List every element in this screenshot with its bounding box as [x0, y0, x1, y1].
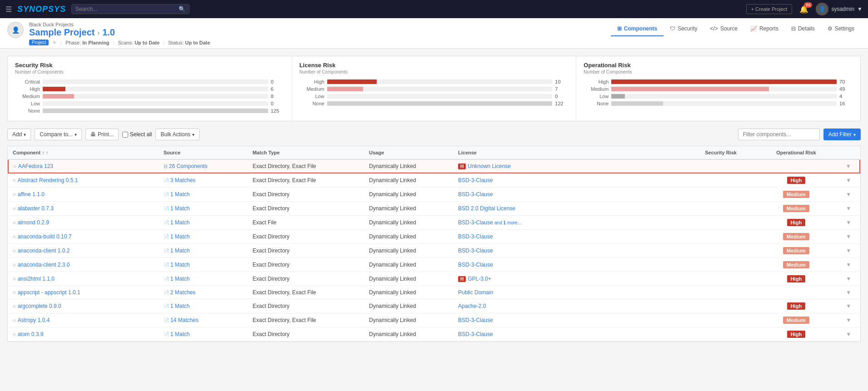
license-link[interactable]: BSD-3-Clause — [458, 331, 493, 337]
source-doc-icon: 📄 — [164, 248, 169, 253]
row-expand-icon[interactable]: ▼ — [846, 303, 851, 309]
row-expand-icon[interactable]: ▼ — [846, 276, 851, 282]
license-link[interactable]: GPL-3.0+ — [468, 276, 491, 282]
source-header[interactable]: Source — [159, 146, 248, 159]
usage-header[interactable]: Usage — [364, 146, 454, 159]
license-link[interactable]: BSD-3-Clause and 1 more... — [458, 219, 521, 226]
table-row[interactable]: ○atom 0.3.9📄1 MatchExact DirectoryDynami… — [8, 327, 860, 342]
source-link[interactable]: 📄1 Match — [164, 331, 244, 337]
add-filter-button[interactable]: Add Filter — [823, 129, 861, 140]
source-link[interactable]: 📄1 Match — [164, 247, 244, 254]
tab-settings[interactable]: ⚙ Settings — [821, 22, 861, 36]
row-expand-icon[interactable]: ▼ — [846, 191, 851, 198]
component-name-link[interactable]: anaconda-client 2.3.0 — [18, 262, 70, 268]
tab-details[interactable]: ⊟ Details — [785, 22, 821, 36]
license-link[interactable]: BSD 2.0 Digital License — [458, 205, 515, 212]
row-expand-icon[interactable]: ▼ — [846, 163, 851, 169]
bulk-actions-button[interactable]: Bulk Actions — [155, 129, 199, 140]
table-row[interactable]: ○argcomplete 0.9.0📄1 MatchExact Director… — [8, 299, 860, 313]
source-link[interactable]: 📄1 Match — [164, 262, 244, 268]
notification-bell[interactable]: 🔔 86 — [799, 5, 808, 14]
project-name-label[interactable]: Sample Project — [29, 27, 95, 38]
license-link[interactable]: Public Domain — [458, 289, 493, 296]
table-row[interactable]: ○almond 0.2.9📄1 MatchExact FileDynamical… — [8, 216, 860, 230]
source-link[interactable]: 📄14 Matches — [164, 317, 244, 323]
row-expand-icon[interactable]: ▼ — [846, 331, 851, 337]
tab-components[interactable]: ⊞ Components — [611, 22, 663, 36]
search-input[interactable] — [75, 6, 179, 12]
row-expand-icon[interactable]: ▼ — [846, 247, 851, 254]
row-expand-icon[interactable]: ▼ — [846, 262, 851, 268]
license-link[interactable]: BSD-3-Clause — [458, 177, 493, 183]
tab-reports[interactable]: 📈 Reports — [744, 22, 785, 36]
select-all-label[interactable]: Select all — [122, 131, 152, 138]
security-risk-header[interactable]: Security Risk — [687, 146, 755, 159]
component-name-link[interactable]: anaconda-client 1.0.2 — [18, 247, 70, 254]
component-name-link[interactable]: ansi2html 1.1.0 — [18, 276, 55, 282]
license-link[interactable]: BSD-3-Clause — [458, 247, 493, 254]
component-name-link[interactable]: argcomplete 0.9.0 — [18, 303, 61, 309]
source-link[interactable]: 📄3 Matches — [164, 177, 244, 183]
license-link[interactable]: Unknown License — [468, 163, 511, 169]
source-link[interactable]: 📄1 Match — [164, 191, 244, 198]
security-risk-cell — [687, 159, 755, 173]
select-all-checkbox[interactable] — [122, 132, 128, 138]
table-row[interactable]: ○AAFedora 123☷26 ComponentsExact Directo… — [8, 159, 860, 173]
component-name-link[interactable]: AAFedora 123 — [18, 163, 53, 169]
component-name-link[interactable]: affine 1.1.0 — [18, 191, 45, 198]
source-link[interactable]: 📄2 Matches — [164, 289, 244, 296]
operational-risk-header[interactable]: Operational Risk — [755, 146, 837, 159]
table-row[interactable]: ○anaconda-client 1.0.2📄1 MatchExact Dire… — [8, 244, 860, 258]
license-link[interactable]: BSD-3-Clause — [458, 233, 493, 240]
row-expand-icon[interactable]: ▼ — [846, 219, 851, 226]
row-expand-icon[interactable]: ▼ — [846, 233, 851, 240]
license-link[interactable]: Apache-2.0 — [458, 303, 486, 309]
license-link[interactable]: BSD-3-Clause — [458, 317, 493, 323]
table-row[interactable]: ○ansi2html 1.1.0📄1 MatchExact DirectoryD… — [8, 272, 860, 286]
tab-source[interactable]: </> Source — [704, 22, 744, 36]
add-button[interactable]: Add — [7, 129, 31, 140]
row-expand-icon[interactable]: ▼ — [846, 177, 851, 183]
source-link[interactable]: 📄1 Match — [164, 233, 244, 240]
component-name-link[interactable]: alabaster 0.7.3 — [18, 205, 54, 212]
print-button[interactable]: 🖶 Print... — [85, 129, 119, 140]
project-version-label[interactable]: 1.0 — [102, 27, 115, 38]
match-type-cell: Exact Directory — [248, 188, 364, 202]
component-name-link[interactable]: anaconda-build 0.10.7 — [18, 233, 72, 240]
component-header[interactable]: Component ↑ — [8, 146, 159, 159]
table-row[interactable]: ○anaconda-client 2.3.0📄1 MatchExact Dire… — [8, 258, 860, 272]
tab-security[interactable]: 🛡 Security — [663, 22, 703, 36]
compare-to-button[interactable]: Compare to... — [35, 129, 82, 140]
license-link[interactable]: BSD-3-Clause — [458, 191, 493, 198]
license-header[interactable]: License — [454, 146, 687, 159]
favorite-star-icon[interactable]: ★ — [52, 40, 57, 45]
table-row[interactable]: ○Astropy 1.0.4📄14 MatchesExact Directory… — [8, 313, 860, 327]
source-link[interactable]: 📄1 Match — [164, 219, 244, 226]
source-link[interactable]: 📄1 Match — [164, 303, 244, 309]
table-row[interactable]: ○Abstract Rendering 0.5.1📄3 MatchesExact… — [8, 173, 860, 188]
component-name-link[interactable]: appscript - appscript 1.0.1 — [18, 289, 80, 296]
search-box[interactable]: 🔍 — [71, 4, 190, 14]
breadcrumb: Black Duck Projects — [29, 22, 605, 27]
table-row[interactable]: ○anaconda-build 0.10.7📄1 MatchExact Dire… — [8, 230, 860, 244]
row-expand-icon[interactable]: ▼ — [846, 205, 851, 212]
component-name-link[interactable]: atom 0.3.9 — [18, 331, 44, 337]
component-name-link[interactable]: Abstract Rendering 0.5.1 — [18, 177, 78, 183]
component-name-link[interactable]: almond 0.2.9 — [18, 219, 49, 226]
menu-icon[interactable]: ☰ — [5, 5, 12, 14]
source-link[interactable]: 📄1 Match — [164, 276, 244, 282]
filter-input[interactable] — [738, 129, 820, 140]
table-row[interactable]: ○affine 1.1.0📄1 MatchExact DirectoryDyna… — [8, 188, 860, 202]
table-row[interactable]: ○alabaster 0.7.3📄1 MatchExact DirectoryD… — [8, 202, 860, 216]
license-link[interactable]: BSD-3-Clause — [458, 262, 493, 268]
source-link[interactable]: 📄1 Match — [164, 205, 244, 212]
source-link[interactable]: ☷26 Components — [164, 163, 244, 169]
matchtype-header[interactable]: Match Type — [248, 146, 364, 159]
row-expand-icon[interactable]: ▼ — [846, 289, 851, 296]
source-doc-icon: 📄 — [164, 304, 169, 309]
component-name-link[interactable]: Astropy 1.0.4 — [18, 317, 50, 323]
user-menu[interactable]: 👤 sysadmin ▼ — [816, 3, 863, 15]
create-project-button[interactable]: + Create Project — [746, 4, 793, 14]
table-row[interactable]: ○appscript - appscript 1.0.1📄2 MatchesEx… — [8, 286, 860, 299]
row-expand-icon[interactable]: ▼ — [846, 317, 851, 323]
